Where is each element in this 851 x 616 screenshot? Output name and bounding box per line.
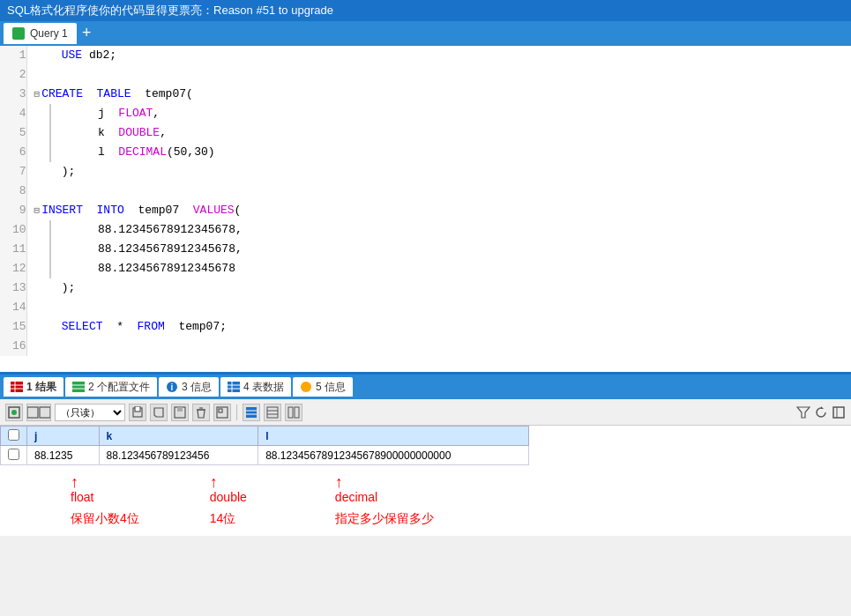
svg-rect-16	[27, 407, 38, 418]
float-sublabel: 保留小数4位	[71, 511, 139, 527]
code-row-8: 8	[0, 182, 851, 201]
layout3-btn[interactable]	[285, 404, 302, 421]
header-k[interactable]: k	[99, 427, 258, 446]
add-tab-button[interactable]: +	[82, 26, 92, 41]
code-row-5: 5 k DOUBLE,	[0, 123, 851, 143]
svg-rect-0	[11, 382, 23, 392]
decimal-annotation: ↑ decimal 指定多少保留多少	[335, 474, 434, 527]
svg-rect-9	[228, 382, 240, 392]
result-tab-1-icon	[11, 382, 23, 392]
toolbar-btn-refresh[interactable]	[213, 404, 231, 421]
result-tab-5-icon	[300, 382, 312, 392]
code-row-16: 16	[0, 337, 851, 356]
svg-point-13	[301, 382, 311, 392]
svg-rect-26	[219, 409, 222, 412]
toolbar-right	[796, 405, 846, 419]
code-table: 1 USE db2; 2 3 ⊟CREATE TABLE temp07( 4 j…	[0, 46, 851, 356]
tab-bar: Query 1 +	[0, 21, 851, 46]
query-tab[interactable]: Query 1	[4, 23, 77, 44]
code-row-15: 15 SELECT * FROM temp07;	[0, 317, 851, 337]
result-tab-bar: 1 结果 2 个配置文件 i 3 信息 4 表数据	[0, 375, 851, 399]
result-tab-3-label: 3 信息	[182, 380, 212, 395]
table-header-row: j k l	[1, 427, 529, 446]
cell-k: 88.123456789123456	[99, 446, 258, 465]
svg-rect-17	[40, 407, 50, 418]
svg-rect-33	[288, 407, 293, 418]
code-row-1: 1 USE db2;	[0, 46, 851, 65]
svg-rect-30	[267, 407, 278, 418]
header-j-label: j	[34, 430, 37, 442]
split-icon-btn[interactable]	[26, 404, 51, 421]
title-bar: SQL格式化程序使你的代码显得更票亮：Reason #51 to upgrade	[0, 0, 851, 21]
double-annotation: ↑ double 14位	[210, 474, 247, 527]
code-row-13: 13 );	[0, 278, 851, 298]
svg-text:i: i	[171, 382, 174, 392]
annotations-area: ↑ float 保留小数4位 ↑ double 14位 ↑ decimal 指定…	[0, 465, 851, 536]
code-row-9: 9 ⊟INSERT INTO temp07 VALUES(	[0, 201, 851, 220]
data-table-wrapper: j k l 88.1235 88.123456789123456	[0, 426, 851, 465]
result-tab-2[interactable]: 2 个配置文件	[65, 377, 157, 397]
toolbar-separator	[236, 404, 237, 420]
code-row-4: 4 j FLOAT,	[0, 104, 851, 123]
layout2-btn[interactable]	[264, 404, 281, 421]
double-arrow: ↑	[210, 474, 218, 490]
result-tab-3[interactable]: i 3 信息	[159, 377, 219, 397]
filter-icon	[796, 405, 810, 419]
result-tab-1[interactable]: 1 结果	[4, 377, 63, 397]
code-row-12: 12 88.12345678912345678	[0, 259, 851, 278]
decimal-sublabel: 指定多少保留多少	[335, 511, 434, 527]
header-l[interactable]: l	[258, 427, 529, 446]
header-checkbox[interactable]	[1, 427, 27, 446]
svg-point-15	[11, 410, 17, 415]
svg-rect-22	[176, 412, 183, 417]
result-tab-1-label: 1 结果	[26, 380, 56, 395]
header-k-label: k	[107, 430, 113, 442]
result-tab-2-icon	[72, 382, 85, 392]
read-icon-btn[interactable]	[5, 404, 23, 421]
layout1-btn[interactable]	[243, 404, 260, 421]
code-row-11: 11 88.12345678912345678,	[0, 240, 851, 259]
float-label: float	[71, 490, 93, 504]
data-table: j k l 88.1235 88.123456789123456	[0, 426, 529, 465]
result-tab-2-label: 2 个配置文件	[88, 380, 150, 395]
tab-icon	[12, 27, 25, 40]
toolbar-btn-2[interactable]	[150, 404, 168, 421]
result-tab-4[interactable]: 4 表数据	[220, 377, 291, 397]
header-l-label: l	[265, 430, 268, 442]
toolbar-row: （只读）	[0, 399, 851, 426]
code-row-14: 14	[0, 298, 851, 317]
readonly-select[interactable]: （只读）	[55, 404, 125, 421]
result-tab-4-icon	[228, 382, 240, 392]
cell-j: 88.1235	[27, 446, 100, 465]
row-checkbox-cell[interactable]	[1, 446, 27, 465]
expand-icon[interactable]	[832, 405, 846, 419]
result-tab-5[interactable]: 5 信息	[293, 377, 353, 397]
toolbar-btn-delete[interactable]	[192, 404, 210, 421]
code-editor[interactable]: 1 USE db2; 2 3 ⊟CREATE TABLE temp07( 4 j…	[0, 46, 851, 372]
refresh-icon[interactable]	[814, 405, 828, 419]
result-tab-4-label: 4 表数据	[243, 380, 284, 395]
svg-marker-35	[821, 406, 824, 409]
decimal-arrow: ↑	[335, 474, 343, 490]
table-row: 88.1235 88.123456789123456 88.1234567891…	[1, 446, 529, 465]
result-tab-3-icon: i	[166, 382, 178, 392]
double-label: double	[210, 490, 247, 504]
svg-rect-19	[135, 406, 140, 412]
code-row-6: 6 l DECIMAL(50,30)	[0, 143, 851, 162]
svg-rect-4	[72, 382, 85, 392]
code-row-3: 3 ⊟CREATE TABLE temp07(	[0, 85, 851, 104]
row-checkbox[interactable]	[8, 449, 19, 460]
svg-rect-27	[246, 407, 257, 418]
title-text: SQL格式化程序使你的代码显得更票亮：Reason #51 to upgrade	[7, 3, 333, 19]
select-all-checkbox[interactable]	[8, 429, 19, 441]
svg-rect-36	[833, 407, 844, 418]
header-j[interactable]: j	[27, 427, 100, 446]
svg-rect-34	[295, 407, 299, 418]
toolbar-btn-1[interactable]	[129, 404, 146, 421]
svg-rect-21	[177, 407, 183, 412]
tab-label: Query 1	[30, 27, 68, 40]
cell-l: 88.12345678912345678900000000000	[258, 446, 529, 465]
float-arrow: ↑	[71, 474, 78, 490]
float-annotation: ↑ float 保留小数4位	[71, 474, 139, 527]
toolbar-btn-save[interactable]	[171, 404, 189, 421]
